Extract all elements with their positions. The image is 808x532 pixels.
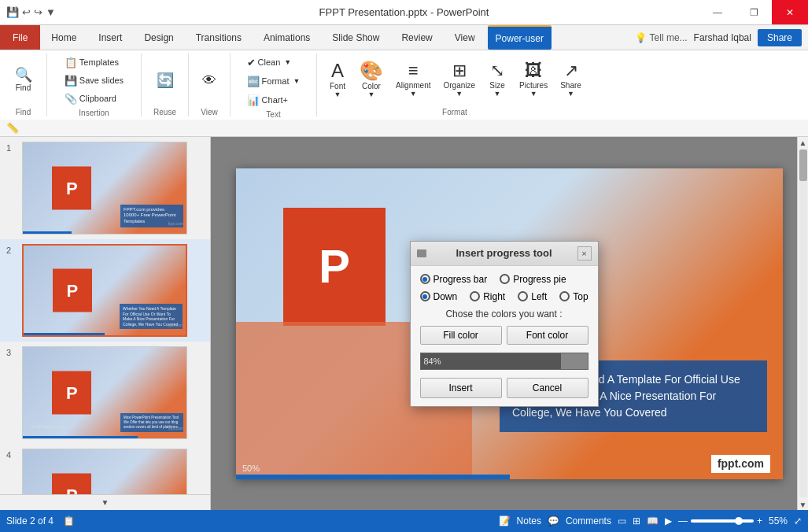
format-group-content: A Font ▼ 🎨 Color ▼ ≡ Alignment ▼ ⊞ Organ… xyxy=(323,54,586,106)
fit-slide-icon[interactable]: ⤢ xyxy=(794,515,802,526)
reuse-label: Reuse xyxy=(153,106,176,116)
quick-access-toolbar: 💾 ↩ ↪ ▼ xyxy=(6,6,56,18)
ribbon-tabs: File Home Insert Design Transitions Anim… xyxy=(0,25,808,50)
save-icon[interactable]: 💾 xyxy=(6,6,19,18)
tab-review[interactable]: Review xyxy=(390,25,443,50)
ribbon-right: 💡 Tell me... Farshad Iqbal Share xyxy=(635,29,808,46)
slide-item-2[interactable]: 2 P Whether You Need A Template For Offi… xyxy=(0,239,210,342)
reading-view-icon[interactable]: 📖 xyxy=(647,515,659,526)
text-group-content: ✔ Clean ▼ 🔤 Format ▼ 📊 Chart+ xyxy=(244,54,304,109)
fill-color-button[interactable]: Fill color xyxy=(420,326,502,345)
templates-icon: 📋 xyxy=(65,57,77,68)
slide-item-1[interactable]: 1 P FPPT.com provides 10000+ Free PowerP… xyxy=(0,137,210,239)
find-label: Find xyxy=(16,106,31,116)
slide-list: 1 P FPPT.com provides 10000+ Free PowerP… xyxy=(0,137,210,510)
customize-icon[interactable]: ▼ xyxy=(46,6,56,18)
dialog-actions: Insert Cancel xyxy=(420,378,588,398)
tab-view[interactable]: View xyxy=(444,25,486,50)
down-radio[interactable] xyxy=(420,291,430,301)
left-option[interactable]: Left xyxy=(518,291,547,302)
share-button[interactable]: Share xyxy=(758,29,802,46)
save-slides-button[interactable]: 💾 Save slides xyxy=(61,72,127,89)
chart-plus-button[interactable]: 📊 Chart+ xyxy=(244,91,291,109)
pictures-button[interactable]: 🖼 Pictures ▼ xyxy=(515,61,552,99)
insert-progress-dialog: Insert progress tool × Progress bar Prog… xyxy=(410,241,599,407)
undo-icon[interactable]: ↩ xyxy=(22,6,31,18)
title-bar: 💾 ↩ ↪ ▼ FPPT Presentation.pptx - PowerPo… xyxy=(0,0,808,25)
find-button[interactable]: 🔍 Find xyxy=(9,66,38,94)
tell-me[interactable]: 💡 Tell me... xyxy=(635,32,688,43)
size-button[interactable]: ⤡ Size ▼ xyxy=(483,61,511,99)
slide-show-icon[interactable]: ▶ xyxy=(665,515,672,526)
reuse-button[interactable]: 🔄 xyxy=(151,72,179,89)
slide3-extra: Go to blog.fppt.com xyxy=(31,424,65,429)
notes-label[interactable]: Notes xyxy=(517,515,541,526)
redo-icon[interactable]: ↪ xyxy=(34,6,42,18)
top-radio[interactable] xyxy=(559,291,570,301)
view-button[interactable]: 👁 xyxy=(195,72,223,89)
organize-button[interactable]: ⊞ Organize ▼ xyxy=(438,61,480,99)
slide-icon: 📋 xyxy=(63,515,75,526)
font-color-button[interactable]: Font color xyxy=(507,326,588,345)
comments-label[interactable]: Comments xyxy=(566,515,611,526)
progress-bar-radio[interactable] xyxy=(420,274,430,284)
restore-btn[interactable]: ❐ xyxy=(736,0,772,24)
templates-button[interactable]: 📋 Templates xyxy=(61,54,127,71)
progress-pie-radio[interactable] xyxy=(500,274,510,284)
left-radio[interactable] xyxy=(518,291,528,301)
dialog-titlebar: Insert progress tool × xyxy=(411,242,598,266)
scroll-down-arrow[interactable]: ▼ xyxy=(798,499,809,510)
scroll-up-arrow[interactable]: ▲ xyxy=(798,137,809,148)
minimize-btn[interactable]: — xyxy=(699,0,736,24)
slide-panel-scroll-down[interactable]: ▼ xyxy=(0,494,210,510)
tab-insert[interactable]: Insert xyxy=(87,25,133,50)
slide-sorter-icon[interactable]: ⊞ xyxy=(633,515,640,526)
comments-icon: 💬 xyxy=(548,515,559,526)
tab-design[interactable]: Design xyxy=(133,25,184,50)
zoom-thumb[interactable] xyxy=(735,517,743,525)
clipboard-icon: 📎 xyxy=(65,93,77,105)
zoom-in-icon[interactable]: + xyxy=(757,515,762,526)
close-btn[interactable]: ✕ xyxy=(772,0,808,24)
slide-thumb-1: P FPPT.com provides 10000+ Free PowerPoi… xyxy=(22,142,187,235)
clipboard-button[interactable]: 📎 Clipboard xyxy=(61,90,127,107)
cancel-button[interactable]: Cancel xyxy=(507,378,588,398)
alignment-button[interactable]: ≡ Alignment ▼ xyxy=(391,61,435,99)
alignment-icon: ≡ xyxy=(408,62,419,79)
organize-dropdown: ▼ xyxy=(456,90,463,98)
tab-home[interactable]: Home xyxy=(40,25,87,50)
progress-value: 84% xyxy=(424,357,441,366)
pictures-dropdown: ▼ xyxy=(530,90,537,98)
format-button[interactable]: 🔤 Format ▼ xyxy=(244,72,304,90)
normal-view-icon[interactable]: ▭ xyxy=(618,515,626,526)
clean-button[interactable]: ✔ Clean ▼ xyxy=(244,54,295,71)
slide-item-3[interactable]: 3 P Most PowerPoint Presentation Tool We… xyxy=(0,342,210,444)
tab-animations[interactable]: Animations xyxy=(253,25,321,50)
tab-poweruser[interactable]: Power-user xyxy=(488,25,552,50)
size-icon: ⤡ xyxy=(490,62,504,79)
top-option[interactable]: Top xyxy=(559,291,588,302)
status-bar: Slide 2 of 4 📋 📝 Notes 💬 Comments ▭ ⊞ 📖 … xyxy=(0,510,808,532)
tab-transitions[interactable]: Transitions xyxy=(185,25,253,50)
right-option[interactable]: Right xyxy=(470,291,505,302)
progress-bar-option[interactable]: Progress bar xyxy=(420,274,488,285)
zoom-track[interactable] xyxy=(691,519,754,523)
tab-slideshow[interactable]: Slide Show xyxy=(321,25,390,50)
insert-button[interactable]: Insert xyxy=(420,378,502,398)
progress-pie-option[interactable]: Progress pie xyxy=(500,274,566,285)
ribbon-group-view: 👁 View xyxy=(189,54,231,116)
dialog-close-button[interactable]: × xyxy=(577,246,592,260)
ribbon-group-text: ✔ Clean ▼ 🔤 Format ▼ 📊 Chart+ Text xyxy=(231,54,317,116)
right-radio[interactable] xyxy=(470,291,480,301)
view-content: 👁 xyxy=(195,54,223,106)
slide1-logo: P xyxy=(52,167,91,210)
scroll-thumb-v[interactable] xyxy=(799,150,807,181)
tab-file[interactable]: File xyxy=(0,25,40,50)
zoom-out-icon[interactable]: — xyxy=(678,515,688,526)
zoom-level[interactable]: 55% xyxy=(769,515,788,526)
font-button[interactable]: A Font ▼ xyxy=(323,60,352,100)
insertion-group-content: 📋 Templates 💾 Save slides 📎 Clipboard xyxy=(61,54,127,107)
format-share-button[interactable]: ↗ Share ▼ xyxy=(555,61,586,99)
down-option[interactable]: Down xyxy=(420,291,458,302)
color-button[interactable]: 🎨 Color ▼ xyxy=(355,60,388,100)
